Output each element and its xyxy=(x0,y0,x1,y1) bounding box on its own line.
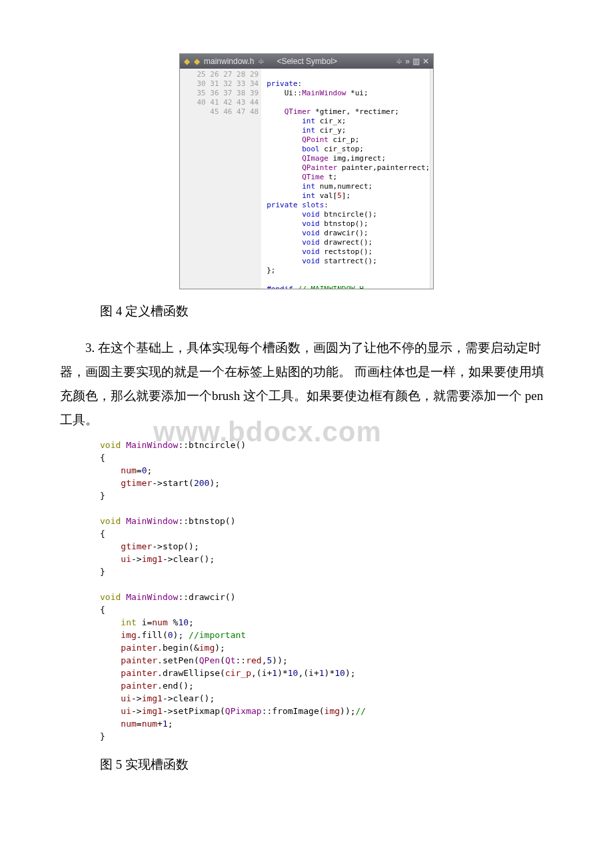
split-icon[interactable]: ▥ xyxy=(412,57,420,66)
line-gutter: 25 26 27 28 29 30 31 32 33 34 35 36 37 3… xyxy=(180,69,261,289)
code-editor-header-file: ◆ ◆ mainwindow.h ≑ <Select Symbol> ≑ » ▥… xyxy=(179,53,434,289)
editor-toolbar: ◆ ◆ mainwindow.h ≑ <Select Symbol> ≑ » ▥… xyxy=(180,54,433,69)
chevron-right-icon[interactable]: » xyxy=(405,57,410,66)
code-block-implementation: www.bdocx.comvoid MainWindow::btncircle(… xyxy=(100,439,553,743)
figure-caption-5: 图 5 实现槽函数 xyxy=(100,756,553,773)
separator-icon: ≑ xyxy=(258,57,265,66)
editor-body[interactable]: 25 26 27 28 29 30 31 32 33 34 35 36 37 3… xyxy=(180,69,433,289)
separator-icon: ≑ xyxy=(396,57,402,66)
code-content[interactable]: private: Ui::MainWindow *ui; QTimer *gti… xyxy=(261,69,430,289)
figure-caption-4: 图 4 定义槽函数 xyxy=(100,303,553,320)
nav-forward-icon[interactable]: ◆ xyxy=(194,57,200,66)
symbol-dropdown[interactable]: <Select Symbol> xyxy=(277,57,337,66)
file-dropdown[interactable]: mainwindow.h xyxy=(204,57,254,66)
close-icon[interactable]: ✕ xyxy=(422,57,429,66)
scrollbar[interactable] xyxy=(430,69,433,289)
paragraph-3: 3. 在这个基础上，具体实现每个槽函数，画圆为了让他不停的显示，需要启动定时器，… xyxy=(60,336,553,432)
nav-back-icon[interactable]: ◆ xyxy=(184,57,190,66)
